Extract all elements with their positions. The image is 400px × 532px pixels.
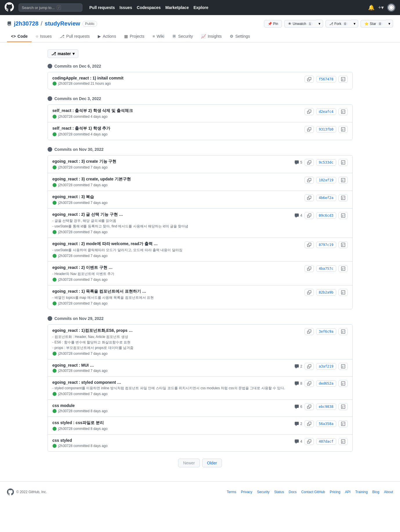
- commit-message-link[interactable]: egoing_react : 2) 글 선택 기능 구현 …: [53, 212, 123, 217]
- commit-author-link[interactable]: j2h30728: [58, 444, 73, 448]
- tab-security[interactable]: ⛨ Security: [168, 31, 197, 42]
- copy-hash-button[interactable]: [305, 108, 314, 115]
- notifications-bell-icon[interactable]: 🔔: [368, 4, 374, 11]
- browse-files-button[interactable]: [339, 76, 348, 83]
- footer-link[interactable]: Docs: [289, 490, 296, 494]
- copy-hash-button[interactable]: [305, 177, 314, 184]
- copy-hash-button[interactable]: [305, 403, 314, 410]
- commit-message-link[interactable]: egoing_react : 3) create 기능 구현: [53, 159, 117, 164]
- copy-hash-button[interactable]: [305, 420, 314, 427]
- commit-message-link[interactable]: self_react : 출석부 2) 학생 삭제 및 출석체크: [53, 108, 133, 113]
- commit-author-link[interactable]: j2h30728: [58, 230, 73, 234]
- commit-hash-link[interactable]: ded652a: [316, 380, 336, 387]
- copy-hash-button[interactable]: [305, 241, 314, 248]
- commit-hash-link[interactable]: 09c6cd3: [316, 212, 336, 219]
- copy-hash-button[interactable]: [305, 363, 314, 370]
- commit-message-link[interactable]: egoing_react : 1) 목록을 컴포넌트에서 표현하기 …: [53, 289, 146, 294]
- copy-hash-button[interactable]: [305, 76, 314, 83]
- footer-link[interactable]: Terms: [227, 490, 236, 494]
- commit-message-link[interactable]: css styled: [53, 438, 72, 443]
- create-plus-icon[interactable]: +▾: [378, 4, 384, 11]
- copy-hash-button[interactable]: [305, 438, 314, 445]
- footer-link[interactable]: Pricing: [330, 490, 341, 494]
- commit-message-link[interactable]: egoing_react : 3) create, update 기본구현: [53, 177, 131, 181]
- older-page-button[interactable]: Older: [202, 459, 222, 467]
- copy-hash-button[interactable]: [305, 212, 314, 219]
- commit-author-link[interactable]: j2h30728: [58, 369, 73, 373]
- commit-author-link[interactable]: j2h30728: [58, 409, 73, 413]
- commit-hash-link[interactable]: 3ef6c9a: [316, 328, 336, 335]
- fork-button[interactable]: ⎇ Fork 0: [325, 20, 351, 28]
- unwatch-button[interactable]: 👁 Unwatch 1: [284, 20, 316, 28]
- search-input[interactable]: Search or jump to... /: [19, 3, 82, 12]
- nav-marketplace[interactable]: Marketplace: [165, 5, 189, 10]
- tab-pull-requests[interactable]: ⎇ Pull requests: [56, 31, 94, 42]
- nav-explore[interactable]: Explore: [193, 5, 208, 10]
- commit-hash-link[interactable]: f567478: [316, 76, 336, 82]
- commit-hash-link[interactable]: 4ba757c: [316, 265, 336, 272]
- commit-author-link[interactable]: j2h30728: [58, 165, 73, 169]
- commit-hash-link[interactable]: 9313fb0: [316, 126, 336, 133]
- nav-issues[interactable]: Issues: [120, 5, 132, 10]
- commit-message-link[interactable]: egoing_react : MUI …: [53, 363, 94, 368]
- copy-hash-button[interactable]: [305, 380, 314, 387]
- commit-hash-link[interactable]: 407dacf: [316, 438, 336, 445]
- commit-hash-link[interactable]: 9c533dc: [316, 159, 336, 166]
- browse-files-button[interactable]: [339, 126, 348, 133]
- commit-hash-link[interactable]: d2eafc4: [316, 108, 336, 115]
- commit-message-link[interactable]: egoing_react : 3) 복습: [53, 194, 94, 199]
- github-logo-icon[interactable]: [5, 2, 14, 13]
- pin-button[interactable]: 📌 Pin: [264, 20, 282, 28]
- footer-link[interactable]: Blog: [372, 490, 379, 494]
- commit-author-link[interactable]: j2h30728: [58, 254, 73, 258]
- commit-author-link[interactable]: j2h30728: [58, 82, 73, 86]
- copy-hash-button[interactable]: [305, 126, 314, 133]
- commit-message-link[interactable]: codingApple_react : 1) initail commit: [53, 76, 124, 80]
- tab-projects[interactable]: ▦ Projects: [120, 31, 149, 42]
- commit-message-link[interactable]: css styled : css파일로 분리: [53, 420, 104, 425]
- branch-selector[interactable]: ⎇ master ▾: [48, 49, 79, 58]
- tab-settings[interactable]: ⚙ Settings: [226, 31, 254, 42]
- browse-files-button[interactable]: [339, 438, 348, 445]
- star-button[interactable]: ⭐ Star 0: [361, 20, 386, 28]
- commit-message-link[interactable]: egoing_react : 2) mode에 따라 welcome, read…: [53, 241, 158, 246]
- footer-link[interactable]: About: [384, 490, 393, 494]
- copy-hash-button[interactable]: [305, 289, 314, 296]
- copy-hash-button[interactable]: [305, 159, 314, 166]
- commit-message-link[interactable]: css module: [53, 403, 75, 408]
- commit-author-link[interactable]: j2h30728: [58, 352, 73, 356]
- commit-message-link[interactable]: egoing_react : 2) 이벤트 구현 …: [53, 265, 113, 270]
- commit-author-link[interactable]: j2h30728: [58, 278, 73, 282]
- star-dropdown-icon[interactable]: ▾: [386, 20, 393, 28]
- browse-files-button[interactable]: [339, 265, 348, 272]
- footer-link[interactable]: Training: [355, 490, 368, 494]
- commit-author-link[interactable]: j2h30728: [58, 392, 73, 396]
- commit-hash-link[interactable]: 8797c19: [316, 242, 336, 248]
- commit-author-link[interactable]: j2h30728: [58, 132, 73, 136]
- fork-dropdown-icon[interactable]: ▾: [351, 20, 358, 28]
- browse-files-button[interactable]: [339, 420, 348, 427]
- commit-message-link[interactable]: egoing_react : 1)컴포넌트화,ES6, props …: [53, 328, 133, 333]
- footer-link[interactable]: Privacy: [241, 490, 252, 494]
- copy-hash-button[interactable]: [305, 265, 314, 272]
- browse-files-button[interactable]: [339, 177, 348, 184]
- tab-insights[interactable]: 📈 Insights: [197, 31, 226, 42]
- commit-author-link[interactable]: j2h30728: [58, 115, 73, 119]
- browse-files-button[interactable]: [339, 363, 348, 370]
- footer-link[interactable]: Contact GitHub: [301, 490, 325, 494]
- footer-link[interactable]: API: [345, 490, 350, 494]
- avatar[interactable]: [387, 3, 395, 12]
- commit-hash-link[interactable]: a3af219: [316, 363, 336, 370]
- copy-hash-button[interactable]: [305, 328, 314, 335]
- footer-link[interactable]: Security: [257, 490, 269, 494]
- commit-hash-link[interactable]: ebc9838: [316, 403, 336, 410]
- nav-pull-requests[interactable]: Pull requests: [89, 5, 115, 10]
- repo-owner-link[interactable]: j2h30728: [14, 20, 39, 27]
- commit-author-link[interactable]: j2h30728: [58, 183, 73, 187]
- commit-author-link[interactable]: j2h30728: [58, 301, 73, 305]
- tab-actions[interactable]: ▶ Actions: [94, 31, 120, 42]
- browse-files-button[interactable]: [339, 241, 348, 248]
- browse-files-button[interactable]: [339, 380, 348, 387]
- repo-name-link[interactable]: studyReview: [45, 20, 80, 27]
- browse-files-button[interactable]: [339, 108, 348, 115]
